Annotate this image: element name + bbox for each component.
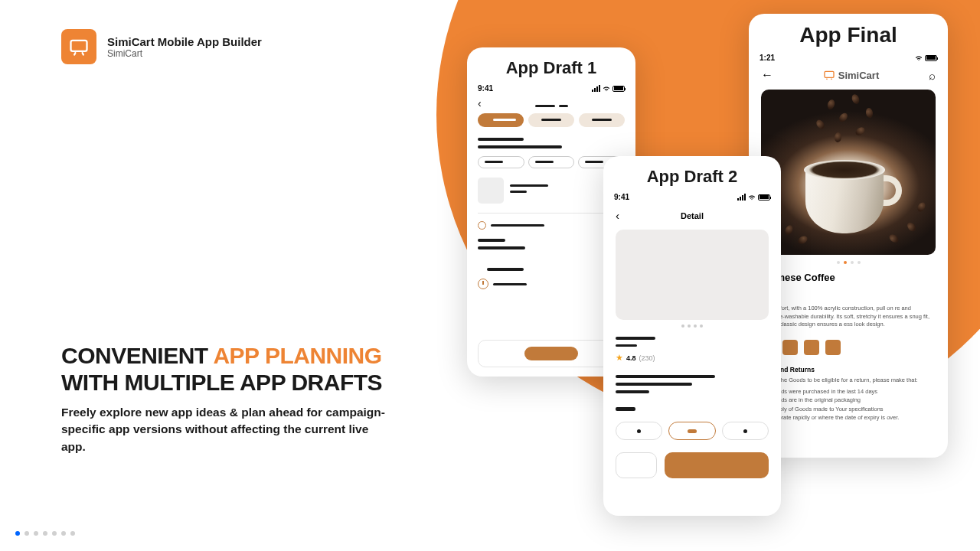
svg-rect-1 bbox=[825, 71, 834, 77]
search-icon: ⌕ bbox=[929, 69, 936, 82]
star-icon: ★ bbox=[616, 353, 623, 363]
logo-icon bbox=[61, 29, 96, 64]
shipping-bullets: Goods were purchased in the last 14 days… bbox=[761, 387, 936, 422]
product-price: .99 bbox=[761, 286, 936, 297]
back-icon: ← bbox=[761, 68, 773, 82]
product-name: tnamese Coffee bbox=[761, 272, 936, 283]
clock-icon bbox=[478, 279, 488, 289]
carousel-dots[interactable] bbox=[15, 531, 75, 536]
hero-placeholder bbox=[616, 230, 769, 320]
product-desc: ng comfort, with a 100% acrylic construc… bbox=[761, 305, 936, 329]
status-bar: 1:21 bbox=[749, 47, 948, 64]
phone-title: App Draft 1 bbox=[467, 47, 635, 78]
brand-subtitle: SimiCart bbox=[107, 48, 262, 59]
headline: CONVENIENT APP PLANNINGWITH MULTIPLE APP… bbox=[61, 343, 382, 396]
status-bar: 9:41 bbox=[467, 78, 635, 94]
phone-title: App Draft 2 bbox=[603, 156, 781, 187]
color-swatches bbox=[761, 340, 936, 355]
svg-rect-0 bbox=[71, 41, 87, 51]
phone-draft-2: App Draft 2 9:41 ‹Detail ★4.8(230) bbox=[603, 156, 781, 516]
brand-inline: SimiCart bbox=[823, 69, 879, 81]
subheadline: Freely explore new app ideas & plan ahea… bbox=[61, 404, 390, 455]
status-bar: 9:41 bbox=[603, 187, 781, 203]
shipping-title: ping and Returns bbox=[761, 366, 936, 373]
rating: ★4.8(230) bbox=[616, 353, 769, 363]
brand-header: SimiCart Mobile App Builder SimiCart bbox=[61, 29, 262, 64]
phone-title: App Final bbox=[749, 14, 948, 47]
add-button bbox=[665, 452, 769, 478]
brand-title: SimiCart Mobile App Builder bbox=[107, 35, 262, 48]
product-hero bbox=[761, 90, 936, 255]
shipping-text: der for the Goods to be eligible for a r… bbox=[761, 377, 936, 385]
